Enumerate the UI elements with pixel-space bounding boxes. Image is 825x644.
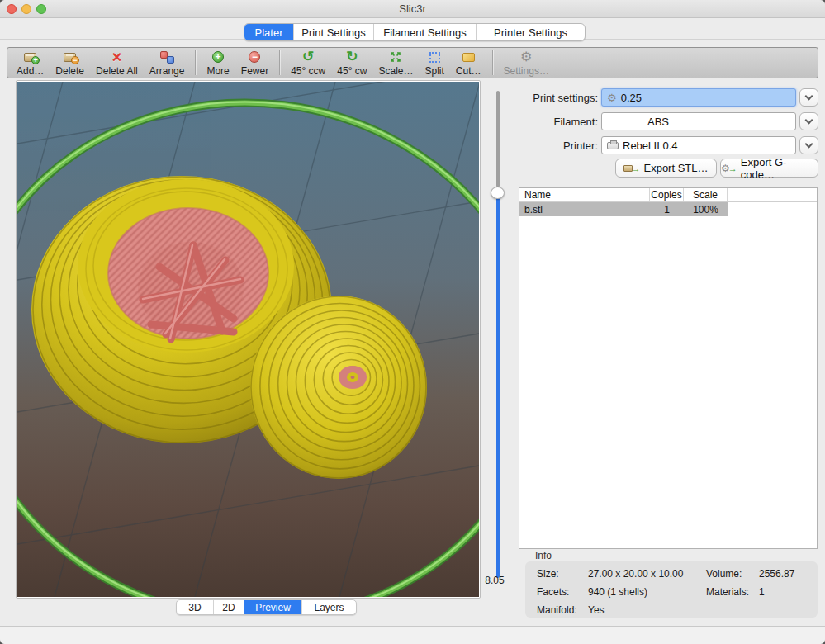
add-button[interactable]: + Add… [11, 49, 50, 77]
printer-select[interactable]: Rebel II 0.4 [601, 136, 796, 154]
print-settings-dropdown-button[interactable] [799, 88, 818, 107]
layer-slider-track[interactable] [496, 91, 500, 187]
delete-button[interactable]: − Delete [50, 49, 90, 77]
cut-button[interactable]: Cut… [450, 49, 487, 77]
scale-icon [389, 50, 402, 64]
layer-slider-track-filled[interactable] [496, 187, 500, 578]
gear-icon: ⚙ [520, 50, 532, 64]
toolbar-separator [492, 50, 493, 75]
printer-icon [607, 142, 619, 149]
facets-label: Facets: [537, 586, 588, 598]
box-export-icon: → [623, 162, 640, 174]
delete-icon: − [64, 50, 76, 64]
tab-2d[interactable]: 2D [214, 600, 244, 614]
main-tab-bar: Plater Print Settings Filament Settings … [244, 23, 586, 41]
view-tab-bar: 3D 2D Preview Layers [176, 599, 357, 615]
printer-dropdown-button[interactable] [799, 136, 818, 154]
footer-strip [0, 627, 825, 644]
plater-viewport-panel [16, 80, 481, 599]
size-label: Size: [537, 568, 588, 580]
rotate-ccw-button[interactable]: ↺ 45° ccw [285, 49, 331, 77]
volume-label: Volume: [706, 568, 759, 580]
slic3r-window: Slic3r Plater Print Settings Filament Se… [0, 0, 825, 644]
delete-all-icon: ✕ [111, 50, 122, 64]
chevron-down-icon [805, 140, 813, 148]
more-icon: + [212, 50, 224, 64]
printer-label: Printer: [515, 140, 598, 152]
filament-label: Filament: [515, 116, 598, 128]
fewer-icon: − [249, 50, 260, 64]
rotate-cw-button[interactable]: ↻ 45° cw [331, 49, 372, 77]
filament-select[interactable]: ABS [601, 112, 796, 130]
toolbar: + Add… − Delete ✕ Delete All Arrange + M… [7, 47, 818, 78]
materials-value: 1 [759, 586, 765, 598]
rotate-cw-icon: ↻ [346, 50, 358, 64]
tab-plater[interactable]: Plater [244, 24, 294, 40]
more-button[interactable]: + More [201, 49, 235, 77]
delete-all-button[interactable]: ✕ Delete All [90, 49, 144, 77]
object-list[interactable]: Name Copies Scale b.stl 1 100% [519, 187, 818, 549]
facets-value: 940 (1 shells) [588, 586, 706, 598]
print-settings-label: Print settings: [515, 92, 598, 104]
volume-value: 2556.87 [759, 568, 794, 580]
tab-print-settings[interactable]: Print Settings [294, 24, 374, 40]
titlebar: Slic3r [0, 0, 825, 18]
export-stl-button[interactable]: → Export STL… [615, 159, 717, 178]
gear-icon: ⚙ [607, 92, 617, 103]
object-row-selected[interactable]: b.stl 1 100% [519, 202, 728, 216]
tab-preview[interactable]: Preview [244, 600, 302, 614]
column-header-copies: Copies [650, 188, 684, 201]
chevron-down-icon [805, 116, 813, 124]
split-icon [429, 50, 440, 64]
object-list-header: Name Copies Scale [519, 188, 817, 202]
window-title: Slic3r [0, 2, 825, 15]
column-header-name: Name [519, 188, 650, 201]
toolbar-separator [195, 50, 196, 75]
scale-button[interactable]: Scale… [372, 49, 419, 77]
export-gcode-button[interactable]: ⚙→ Export G-code… [720, 159, 818, 178]
split-button[interactable]: Split [419, 49, 449, 77]
materials-label: Materials: [706, 586, 759, 598]
arrange-button[interactable]: Arrange [144, 49, 191, 77]
tab-layers[interactable]: Layers [302, 600, 356, 614]
size-value: 27.00 x 20.00 x 10.00 [588, 568, 706, 580]
cut-icon [462, 50, 475, 64]
add-icon: + [24, 50, 36, 64]
fewer-button[interactable]: − Fewer [235, 49, 274, 77]
info-box: Size: 27.00 x 20.00 x 10.00 Volume: 2556… [525, 561, 818, 618]
chevron-down-icon [805, 92, 813, 100]
column-header-scale: Scale [684, 188, 728, 201]
layer-slider-value: 8.05 [481, 575, 509, 586]
settings-button[interactable]: ⚙ Settings… [498, 49, 555, 77]
rotate-ccw-icon: ↺ [302, 50, 314, 64]
model-small-dome [250, 296, 427, 479]
manifold-label: Manifold: [537, 604, 588, 616]
arrange-icon [160, 50, 174, 64]
tab-3d[interactable]: 3D [177, 600, 214, 614]
info-section-title: Info [535, 550, 552, 561]
tab-filament-settings[interactable]: Filament Settings [374, 24, 477, 40]
plater-3d-canvas[interactable] [17, 82, 479, 597]
print-settings-select[interactable]: ⚙ 0.25 [601, 88, 796, 107]
top-infill-pink [108, 208, 268, 339]
gear-export-icon: ⚙→ [721, 162, 737, 174]
column-header-empty [728, 188, 817, 201]
tab-printer-settings[interactable]: Printer Settings [477, 24, 585, 40]
layer-slider-thumb[interactable] [491, 187, 505, 199]
manifold-value: Yes [588, 604, 706, 616]
filament-dropdown-button[interactable] [799, 112, 818, 130]
toolbar-separator [279, 50, 280, 75]
